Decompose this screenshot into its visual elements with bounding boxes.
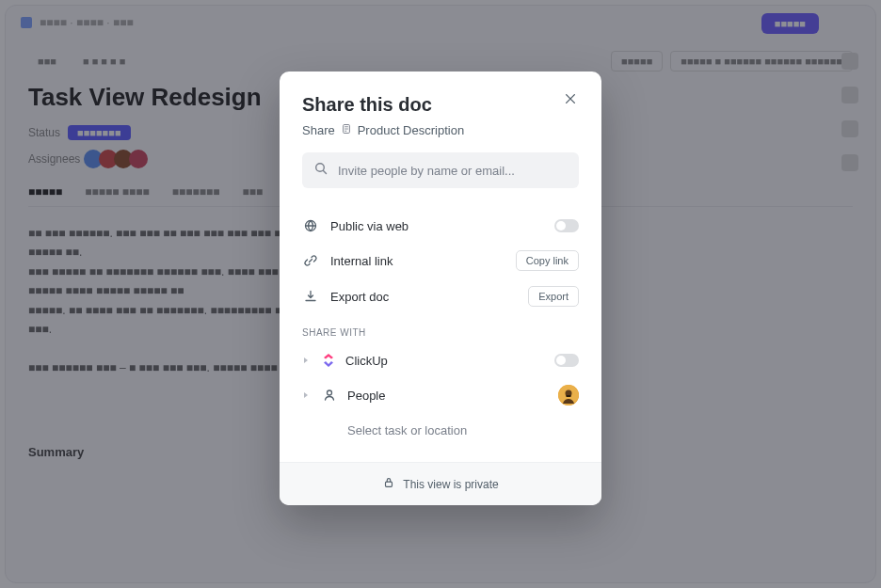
person-icon	[321, 387, 338, 404]
svg-point-3	[328, 390, 332, 395]
share-clickup-row[interactable]: ClickUp	[302, 343, 579, 377]
svg-rect-7	[386, 482, 392, 486]
copy-link-button[interactable]: Copy link	[516, 250, 579, 271]
modal-overlay[interactable]: Share this doc Share Product Description	[0, 0, 881, 588]
doc-icon	[341, 123, 352, 137]
select-task-row[interactable]: Select task or location	[302, 413, 579, 447]
svg-rect-6	[567, 395, 571, 397]
internal-link-row: Internal link Copy link	[302, 243, 579, 278]
download-icon	[302, 288, 319, 305]
lock-icon	[382, 476, 395, 492]
modal-title: Share this doc	[302, 94, 579, 116]
link-icon	[302, 252, 319, 269]
close-button[interactable]	[564, 92, 581, 109]
public-web-toggle[interactable]	[554, 219, 579, 232]
search-icon	[313, 161, 328, 180]
export-doc-row: Export doc Export	[302, 278, 579, 314]
invite-input[interactable]	[338, 164, 568, 178]
clickup-icon	[321, 353, 336, 368]
person-avatar[interactable]	[558, 385, 579, 405]
public-web-row: Public via web	[302, 209, 579, 243]
export-button[interactable]: Export	[528, 286, 579, 307]
share-modal: Share this doc Share Product Description	[280, 72, 601, 505]
chevron-right-icon	[302, 390, 312, 400]
invite-search[interactable]	[302, 152, 579, 188]
modal-footer: This view is private	[280, 462, 601, 505]
share-with-label: SHARE WITH	[302, 327, 579, 338]
share-people-row[interactable]: People	[302, 377, 579, 413]
clickup-toggle[interactable]	[554, 354, 579, 367]
modal-breadcrumb: Share Product Description	[302, 123, 579, 137]
chevron-right-icon	[302, 356, 312, 365]
globe-icon	[302, 217, 319, 234]
